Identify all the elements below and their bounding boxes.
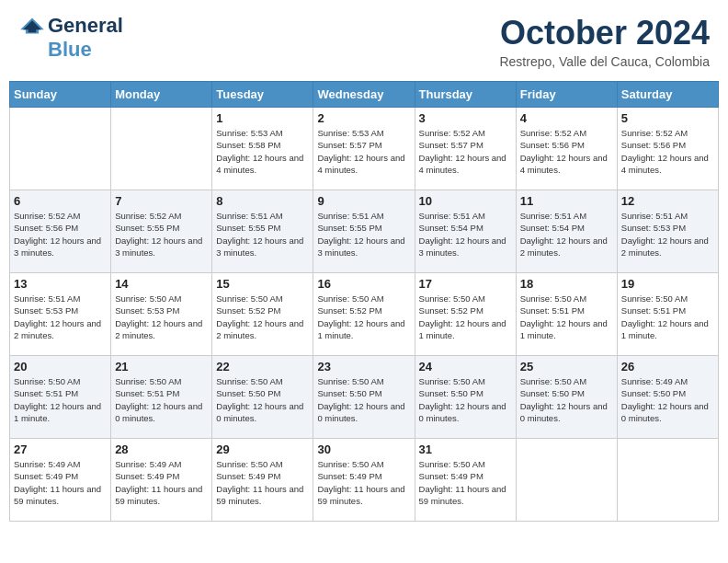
- calendar-cell: 15Sunrise: 5:50 AM Sunset: 5:52 PM Dayli…: [212, 273, 313, 356]
- calendar-cell: 27Sunrise: 5:49 AM Sunset: 5:49 PM Dayli…: [10, 439, 111, 522]
- day-number: 28: [115, 442, 208, 456]
- day-info: Sunrise: 5:51 AM Sunset: 5:54 PM Dayligh…: [419, 210, 512, 259]
- day-info: Sunrise: 5:52 AM Sunset: 5:56 PM Dayligh…: [14, 210, 107, 259]
- calendar-cell: [516, 439, 617, 522]
- day-info: Sunrise: 5:50 AM Sunset: 5:51 PM Dayligh…: [115, 375, 208, 424]
- calendar-cell: 8Sunrise: 5:51 AM Sunset: 5:55 PM Daylig…: [212, 190, 313, 273]
- day-info: Sunrise: 5:50 AM Sunset: 5:51 PM Dayligh…: [621, 293, 714, 341]
- calendar-cell: 5Sunrise: 5:52 AM Sunset: 5:56 PM Daylig…: [617, 108, 718, 190]
- month-title: October 2024: [499, 14, 710, 52]
- day-info: Sunrise: 5:50 AM Sunset: 5:53 PM Dayligh…: [115, 293, 208, 341]
- day-info: Sunrise: 5:50 AM Sunset: 5:52 PM Dayligh…: [317, 293, 410, 341]
- day-number: 9: [317, 194, 410, 208]
- day-number: 2: [317, 111, 410, 125]
- day-number: 21: [115, 360, 208, 373]
- day-info: Sunrise: 5:50 AM Sunset: 5:49 PM Dayligh…: [419, 458, 512, 507]
- day-number: 16: [317, 277, 410, 291]
- calendar-cell: 12Sunrise: 5:51 AM Sunset: 5:53 PM Dayli…: [617, 190, 718, 273]
- calendar-cell: 20Sunrise: 5:50 AM Sunset: 5:51 PM Dayli…: [10, 356, 111, 439]
- calendar-cell: 2Sunrise: 5:53 AM Sunset: 5:57 PM Daylig…: [313, 108, 415, 190]
- day-info: Sunrise: 5:52 AM Sunset: 5:56 PM Dayligh…: [621, 127, 714, 176]
- day-info: Sunrise: 5:49 AM Sunset: 5:49 PM Dayligh…: [115, 458, 208, 507]
- day-header-tuesday: Tuesday: [212, 82, 313, 108]
- day-info: Sunrise: 5:50 AM Sunset: 5:49 PM Dayligh…: [317, 458, 410, 507]
- day-info: Sunrise: 5:49 AM Sunset: 5:49 PM Dayligh…: [14, 458, 107, 507]
- day-number: 4: [520, 111, 613, 125]
- day-info: Sunrise: 5:51 AM Sunset: 5:55 PM Dayligh…: [216, 210, 309, 259]
- day-header-wednesday: Wednesday: [313, 82, 415, 108]
- day-number: 30: [317, 442, 410, 456]
- day-number: 15: [216, 277, 309, 291]
- day-number: 22: [216, 360, 309, 373]
- day-info: Sunrise: 5:51 AM Sunset: 5:54 PM Dayligh…: [520, 210, 613, 259]
- day-number: 26: [621, 360, 714, 373]
- calendar-cell: 13Sunrise: 5:51 AM Sunset: 5:53 PM Dayli…: [10, 273, 111, 356]
- day-number: 13: [14, 277, 107, 291]
- calendar-cell: 17Sunrise: 5:50 AM Sunset: 5:52 PM Dayli…: [415, 273, 516, 356]
- calendar-cell: 29Sunrise: 5:50 AM Sunset: 5:49 PM Dayli…: [212, 439, 313, 522]
- calendar-cell: 6Sunrise: 5:52 AM Sunset: 5:56 PM Daylig…: [10, 190, 111, 273]
- day-number: 27: [14, 442, 107, 456]
- calendar-cell: 28Sunrise: 5:49 AM Sunset: 5:49 PM Dayli…: [111, 439, 212, 522]
- calendar-cell: 7Sunrise: 5:52 AM Sunset: 5:55 PM Daylig…: [111, 190, 212, 273]
- calendar-cell: 16Sunrise: 5:50 AM Sunset: 5:52 PM Dayli…: [313, 273, 415, 356]
- day-header-friday: Friday: [516, 82, 617, 108]
- location-text: Restrepo, Valle del Cauca, Colombia: [499, 54, 710, 69]
- calendar-cell: 3Sunrise: 5:52 AM Sunset: 5:57 PM Daylig…: [415, 108, 516, 190]
- day-number: 19: [621, 277, 714, 291]
- day-info: Sunrise: 5:50 AM Sunset: 5:52 PM Dayligh…: [419, 293, 512, 341]
- calendar-cell: 19Sunrise: 5:50 AM Sunset: 5:51 PM Dayli…: [617, 273, 718, 356]
- day-info: Sunrise: 5:50 AM Sunset: 5:50 PM Dayligh…: [419, 375, 512, 424]
- logo-blue-text: Blue: [48, 38, 92, 62]
- day-info: Sunrise: 5:52 AM Sunset: 5:57 PM Dayligh…: [419, 127, 512, 176]
- day-info: Sunrise: 5:51 AM Sunset: 5:53 PM Dayligh…: [621, 210, 714, 259]
- day-info: Sunrise: 5:50 AM Sunset: 5:52 PM Dayligh…: [216, 293, 309, 341]
- day-number: 3: [419, 111, 512, 125]
- calendar-cell: 10Sunrise: 5:51 AM Sunset: 5:54 PM Dayli…: [415, 190, 516, 273]
- day-info: Sunrise: 5:52 AM Sunset: 5:56 PM Dayligh…: [520, 127, 613, 176]
- calendar-cell: 26Sunrise: 5:49 AM Sunset: 5:50 PM Dayli…: [617, 356, 718, 439]
- calendar-cell: 9Sunrise: 5:51 AM Sunset: 5:55 PM Daylig…: [313, 190, 415, 273]
- day-number: 12: [621, 194, 714, 208]
- day-info: Sunrise: 5:51 AM Sunset: 5:55 PM Dayligh…: [317, 210, 410, 259]
- day-number: 31: [419, 442, 512, 456]
- day-number: 24: [419, 360, 512, 373]
- calendar-cell: 4Sunrise: 5:52 AM Sunset: 5:56 PM Daylig…: [516, 108, 617, 190]
- day-number: 11: [520, 194, 613, 208]
- calendar-cell: [111, 108, 212, 190]
- day-number: 17: [419, 277, 512, 291]
- page-header: General Blue October 2024 Restrepo, Vall…: [9, 9, 719, 74]
- day-info: Sunrise: 5:50 AM Sunset: 5:50 PM Dayligh…: [317, 375, 410, 424]
- day-info: Sunrise: 5:49 AM Sunset: 5:50 PM Dayligh…: [621, 375, 714, 424]
- day-number: 7: [115, 194, 208, 208]
- day-info: Sunrise: 5:53 AM Sunset: 5:58 PM Dayligh…: [216, 127, 309, 176]
- calendar-cell: 18Sunrise: 5:50 AM Sunset: 5:51 PM Dayli…: [516, 273, 617, 356]
- day-info: Sunrise: 5:50 AM Sunset: 5:49 PM Dayligh…: [216, 458, 309, 507]
- day-header-sunday: Sunday: [10, 82, 111, 108]
- calendar-cell: 23Sunrise: 5:50 AM Sunset: 5:50 PM Dayli…: [313, 356, 415, 439]
- day-number: 6: [14, 194, 107, 208]
- logo-icon: [18, 17, 46, 35]
- calendar-cell: 11Sunrise: 5:51 AM Sunset: 5:54 PM Dayli…: [516, 190, 617, 273]
- calendar-cell: 30Sunrise: 5:50 AM Sunset: 5:49 PM Dayli…: [313, 439, 415, 522]
- calendar-cell: 1Sunrise: 5:53 AM Sunset: 5:58 PM Daylig…: [212, 108, 313, 190]
- day-info: Sunrise: 5:53 AM Sunset: 5:57 PM Dayligh…: [317, 127, 410, 176]
- calendar-cell: 31Sunrise: 5:50 AM Sunset: 5:49 PM Dayli…: [415, 439, 516, 522]
- day-number: 14: [115, 277, 208, 291]
- calendar-cell: 21Sunrise: 5:50 AM Sunset: 5:51 PM Dayli…: [111, 356, 212, 439]
- logo-general-text: General: [48, 14, 123, 38]
- day-info: Sunrise: 5:52 AM Sunset: 5:55 PM Dayligh…: [115, 210, 208, 259]
- calendar-cell: [10, 108, 111, 190]
- day-info: Sunrise: 5:51 AM Sunset: 5:53 PM Dayligh…: [14, 293, 107, 341]
- title-block: October 2024 Restrepo, Valle del Cauca, …: [499, 14, 710, 69]
- day-header-thursday: Thursday: [415, 82, 516, 108]
- calendar-table: SundayMondayTuesdayWednesdayThursdayFrid…: [9, 81, 719, 522]
- day-info: Sunrise: 5:50 AM Sunset: 5:50 PM Dayligh…: [520, 375, 613, 424]
- logo: General Blue: [18, 14, 123, 62]
- calendar-cell: 24Sunrise: 5:50 AM Sunset: 5:50 PM Dayli…: [415, 356, 516, 439]
- day-number: 10: [419, 194, 512, 208]
- day-number: 1: [216, 111, 309, 125]
- day-info: Sunrise: 5:50 AM Sunset: 5:51 PM Dayligh…: [520, 293, 613, 341]
- day-number: 29: [216, 442, 309, 456]
- day-header-saturday: Saturday: [617, 82, 718, 108]
